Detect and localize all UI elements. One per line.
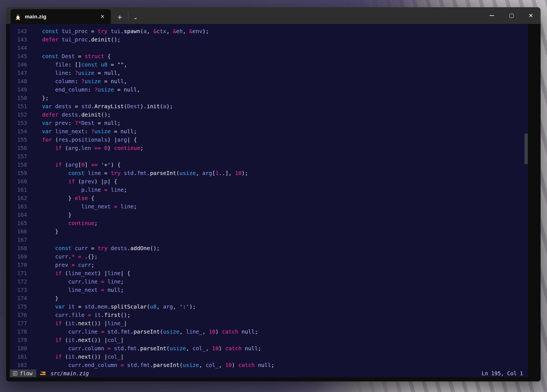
code-line[interactable]: 178 curr.line = std.fmt.parseInt(usize, … [10, 328, 528, 336]
code-line[interactable]: 181 if (it.next()) |col_| [10, 353, 528, 361]
file-path[interactable]: src/main.zig [51, 370, 89, 376]
code-line[interactable]: 155 for (res.positionals) |arg| { [10, 136, 528, 144]
code-token [29, 220, 68, 226]
line-text: for (res.positionals) |arg| { [29, 136, 137, 144]
tab-close-icon[interactable]: ✕ [100, 9, 105, 24]
code-line[interactable]: 154 var line_next: ?usize = null; [10, 127, 528, 136]
titlebar[interactable]: main.zig ✕ + ⌄ ✕ [6, 7, 541, 24]
line-text: } else { [29, 194, 94, 203]
tab-title: main.zig [25, 14, 47, 20]
code-line[interactable]: 165 continue; [10, 219, 528, 228]
code-token: it [94, 312, 101, 318]
code-token [124, 362, 127, 368]
code-token: ; [271, 362, 274, 368]
line-text: var it = std.mem.splitScalar(u8, arg, ':… [29, 303, 196, 311]
code-token: . [68, 312, 72, 318]
code-line[interactable]: 167 [10, 236, 528, 244]
code-token: ( [52, 137, 58, 143]
line-text: line: ?usize = null, [29, 69, 121, 77]
code-line[interactable]: 148 column: ?usize = null, [10, 77, 528, 86]
line-text: if (it.next()) |line_| [29, 319, 127, 328]
code-token: const [68, 170, 85, 176]
code-line[interactable]: 169 curr.* = .{}; [10, 253, 528, 261]
code-token [117, 362, 121, 368]
code-line[interactable]: 159 const line = try std.fmt.parseInt(us… [10, 169, 528, 177]
code-line[interactable]: 173 line_next = null; [10, 286, 528, 294]
code-line[interactable]: 152 defer dests.deinit(); [10, 111, 528, 119]
code-line[interactable]: 162 } else { [10, 194, 528, 203]
code-token: if [55, 270, 62, 277]
code-token: res [58, 137, 68, 143]
code-line[interactable]: 158 if (arg[0] == '+') { [10, 161, 528, 169]
line-text: } [29, 211, 72, 219]
code-line[interactable]: 143 defer tui_proc.deinit(); [10, 36, 528, 44]
code-line[interactable]: 161 p.line = line; [10, 186, 528, 194]
tab-main-zig[interactable]: main.zig ✕ [11, 9, 111, 24]
tab-dropdown-button[interactable]: ⌄ [133, 14, 138, 20]
code-line[interactable]: 168 const curr = try dests.addOne(); [10, 244, 528, 253]
code-line[interactable]: 144 [10, 44, 528, 52]
code-token: * [72, 253, 75, 260]
code-token: usize [98, 87, 114, 93]
line-text: } [29, 228, 58, 236]
code-line[interactable]: 176 curr.file = it.first(); [10, 311, 528, 319]
close-button[interactable]: ✕ [521, 7, 541, 24]
code-line[interactable]: 160 if (prev) |p| { [10, 177, 528, 186]
code-line[interactable]: 149 end_column: ?usize = null, [10, 86, 528, 94]
code-line[interactable]: 147 line: ?usize = null, [10, 69, 528, 77]
line-text: line_next = null; [29, 286, 124, 294]
code-line[interactable]: 157 [10, 152, 528, 161]
code-token: '+' [101, 162, 111, 168]
code-line[interactable]: 153 var prev: ?*Dest = null; [10, 119, 528, 127]
code-token: | [124, 320, 127, 327]
code-token: usize [163, 329, 179, 335]
maximize-button[interactable] [502, 7, 521, 24]
code-line[interactable]: 164 } [10, 211, 528, 219]
code-token: | { [108, 178, 117, 185]
code-line[interactable]: 163 line_next = line; [10, 203, 528, 211]
code-token [91, 145, 94, 151]
code-line[interactable]: 177 if (it.next()) |line_| [10, 319, 528, 328]
code-token [29, 112, 42, 118]
code-token [29, 28, 42, 34]
code-line[interactable]: 182 curr.end_column = std.fmt.parseInt(u… [10, 361, 528, 369]
code-line[interactable]: 175 var it = std.mem.splitScalar(u8, arg… [10, 303, 528, 311]
code-token [98, 162, 101, 168]
code-token: . [91, 103, 94, 110]
line-number: 148 [10, 77, 27, 86]
code-line[interactable]: 171 if (line_next) |line| { [10, 269, 528, 278]
code-token: . [124, 345, 127, 352]
code-line[interactable]: 156 if (arg.len == 0) continue; [10, 144, 528, 152]
code-token [29, 287, 68, 293]
code-line[interactable]: 145 const Dest = struct { [10, 52, 528, 61]
line-number: 179 [10, 336, 27, 344]
line-number: 155 [10, 136, 27, 144]
line-number: 167 [10, 236, 27, 244]
code-token: 10 [235, 170, 241, 176]
code-line[interactable]: 166 } [10, 228, 528, 236]
code-line[interactable]: 174 } [10, 294, 528, 303]
code-token: . [101, 312, 104, 318]
code-line[interactable]: 146 file: []const u8 = "", [10, 61, 528, 69]
tab-bar-separator [128, 11, 128, 21]
code-line[interactable]: 180 curr.column = std.fmt.parseInt(usize… [10, 344, 528, 353]
code-token: u8 [101, 61, 107, 68]
code-line[interactable]: 170 prev = curr; [10, 261, 528, 269]
code-line[interactable]: 142 const tui_proc = try tui.spawn(a, &c… [10, 27, 528, 36]
new-tab-button[interactable]: + [118, 13, 122, 21]
code-token: ? [94, 87, 98, 93]
code-line[interactable]: 150 }; [10, 94, 528, 102]
code-line[interactable]: 151 var dests = std.ArrayList(Dest).init… [10, 102, 528, 111]
code-line[interactable]: 172 curr.line = line; [10, 278, 528, 286]
code-token: : [88, 87, 94, 93]
minimize-button[interactable] [482, 7, 502, 24]
code-token: . [81, 362, 85, 368]
code-token [29, 61, 55, 68]
scrollbar-thumb[interactable] [524, 134, 528, 164]
flow-mode-badge[interactable]: flow [10, 369, 36, 377]
code-area[interactable]: 142 const tui_proc = try tui.spawn(a, &c… [10, 27, 528, 369]
code-line[interactable]: 179 if (it.next()) |col_| [10, 336, 528, 344]
code-token: col_ [192, 345, 206, 352]
status-bar: flow src/main.zig Ln 195, Col 1 [10, 369, 528, 377]
line-text: var line_next: ?usize = null; [29, 127, 137, 136]
